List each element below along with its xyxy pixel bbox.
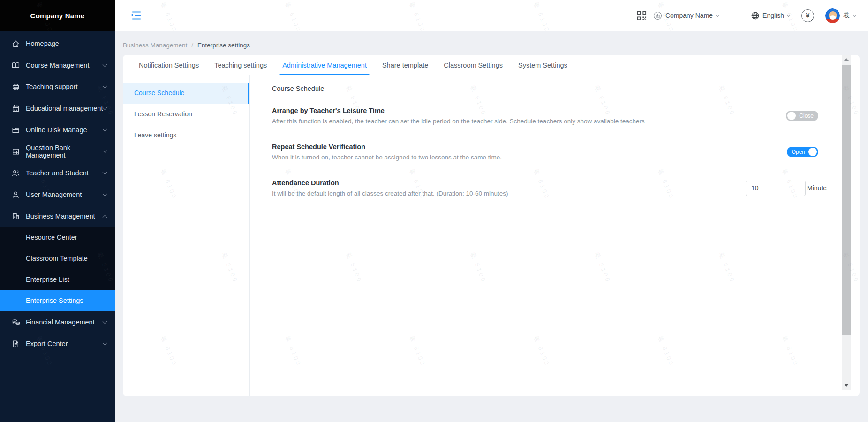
sidebar-subitem-enterprise-settings[interactable]: Enterprise Settings <box>0 290 115 311</box>
sidebar-item-label: Export Center <box>26 340 68 347</box>
avatar[interactable] <box>825 8 840 23</box>
sidebar-item-label: Business Management <box>26 212 95 220</box>
menu-fold-icon[interactable] <box>130 11 141 20</box>
tab-classroom-settings[interactable]: Classroom Settings <box>444 55 503 75</box>
sidebar-item-course-management[interactable]: Course Management <box>0 54 115 76</box>
vertical-scrollbar[interactable] <box>842 55 851 390</box>
setting-row-attendance-duration: Attendance Duration It will be the defau… <box>272 171 827 207</box>
breadcrumb-parent[interactable]: Business Management <box>123 42 187 49</box>
chevron-down-icon <box>716 13 719 16</box>
scrollbar-up-button[interactable] <box>842 55 851 64</box>
duration-control: Minute <box>746 181 827 196</box>
setting-description: When it is turned on, teacher cannot be … <box>272 154 502 161</box>
table-grid-icon <box>12 148 20 156</box>
settings-content: Course Schedule Arrange by Teacher's Lei… <box>250 75 860 396</box>
chevron-down-icon <box>103 192 107 196</box>
chevron-down-icon <box>103 127 107 132</box>
chevron-down-icon <box>787 13 791 16</box>
sidebar-item-educational-management[interactable]: Educational management <box>0 98 115 119</box>
toggle-label: Open <box>788 149 808 155</box>
tab-share-template[interactable]: Share template <box>382 55 428 75</box>
subnav-lesson-reservation[interactable]: Lesson Reservation <box>123 104 249 125</box>
folder-icon <box>12 126 20 134</box>
setting-row-repeat-verification: Repeat Schedule Verification When it is … <box>272 135 827 171</box>
setting-title: Repeat Schedule Verification <box>272 143 502 151</box>
settings-subnav: Course Schedule Lesson Reservation Leave… <box>123 75 250 396</box>
card-body: Course Schedule Lesson Reservation Leave… <box>123 75 860 396</box>
scrollbar-down-button[interactable] <box>842 381 851 390</box>
sidebar-item-label: Homepage <box>26 40 59 47</box>
breadcrumb: Business Management / Enterprise setting… <box>115 31 868 55</box>
currency-icon[interactable]: ¥ <box>801 9 814 22</box>
sidebar-item-financial-management[interactable]: Financial Management <box>0 311 115 333</box>
qr-code-icon[interactable] <box>637 11 647 21</box>
people-icon <box>12 169 20 177</box>
subnav-leave-settings[interactable]: Leave settings <box>123 125 249 146</box>
leisure-time-toggle[interactable]: Close <box>786 111 818 121</box>
calendar-icon <box>12 105 20 113</box>
chevron-down-icon <box>103 170 107 175</box>
language-dropdown[interactable]: English <box>751 12 790 20</box>
sidebar-item-teacher-and-student[interactable]: Teacher and Student <box>0 162 115 184</box>
toggle-label: Close <box>796 113 817 119</box>
sidebar-item-label: Financial Management <box>26 318 95 326</box>
setting-text: Attendance Duration It will be the defau… <box>272 179 508 197</box>
sidebar-item-business-management[interactable]: Business Management <box>0 205 115 227</box>
building-icon <box>12 212 20 220</box>
company-switcher-label: Company Name <box>665 12 713 19</box>
file-export-icon <box>12 340 20 348</box>
globe-icon <box>751 12 759 20</box>
breadcrumb-separator: / <box>191 42 193 49</box>
sidebar-item-homepage[interactable]: Homepage <box>0 33 115 54</box>
tab-administrative-management[interactable]: Administrative Management <box>282 55 367 75</box>
company-switcher-dropdown[interactable]: Company Name <box>653 11 719 20</box>
sidebar-item-label: Online Disk Manage <box>26 126 87 134</box>
sidebar-item-teaching-support[interactable]: Teaching support <box>0 76 115 98</box>
sidebar-subitem-enterprise-list[interactable]: Enterprise List <box>0 269 115 290</box>
setting-text: Repeat Schedule Verification When it is … <box>272 143 502 161</box>
book-icon <box>12 61 20 69</box>
sidebar-item-label: Teaching support <box>26 83 77 90</box>
sidebar-item-label: Question Bank Management <box>26 144 104 159</box>
sidebar-subitem-classroom-template[interactable]: Classroom Template <box>0 248 115 269</box>
scrollbar-thumb[interactable] <box>842 65 851 335</box>
sidebar-item-user-management[interactable]: User Management <box>0 184 115 205</box>
repeat-verification-toggle[interactable]: Open <box>787 147 818 157</box>
home-icon <box>12 40 20 48</box>
user-menu[interactable]: 羲 <box>825 8 856 23</box>
subnav-course-schedule[interactable]: Course Schedule <box>123 83 249 104</box>
printer-icon <box>12 83 20 91</box>
attendance-duration-input[interactable] <box>746 181 806 196</box>
tab-teaching-settings[interactable]: Teaching settings <box>214 55 267 75</box>
sidebar-item-label: Course Management <box>26 61 89 69</box>
chevron-up-icon <box>103 215 107 219</box>
company-logo: Company Name <box>0 0 115 31</box>
tabs-bar: Notification Settings Teaching settings … <box>123 55 860 75</box>
header-divider <box>738 9 738 22</box>
chevron-down-icon <box>103 341 107 346</box>
setting-row-leisure-time: Arrange by Teacher's Leisure Time After … <box>272 99 827 135</box>
chevron-down-icon <box>103 106 107 110</box>
business-management-submenu: Resource Center Classroom Template Enter… <box>0 227 115 311</box>
top-header: Company Name English ¥ <box>115 0 868 31</box>
tab-notification-settings[interactable]: Notification Settings <box>139 55 199 75</box>
chevron-down-icon <box>103 319 107 324</box>
breadcrumb-current: Enterprise settings <box>197 42 250 49</box>
header-right-cluster: Company Name English ¥ <box>637 8 856 23</box>
chevron-down-icon <box>103 62 107 67</box>
main-region: Company Name English ¥ <box>115 0 868 422</box>
tab-system-settings[interactable]: System Settings <box>518 55 567 75</box>
sidebar-item-label: User Management <box>26 191 82 198</box>
setting-text: Arrange by Teacher's Leisure Time After … <box>272 107 645 125</box>
sidebar-item-export-center[interactable]: Export Center <box>0 333 115 354</box>
toggle-knob <box>787 112 796 120</box>
sidebar-item-online-disk-manage[interactable]: Online Disk Manage <box>0 119 115 141</box>
sidebar-nav: Homepage Course Management Teaching supp… <box>0 31 115 354</box>
content-title: Course Schedule <box>272 85 827 92</box>
sidebar-item-label: Teacher and Student <box>26 169 89 177</box>
user-icon <box>12 191 20 199</box>
sidebar-subitem-resource-center[interactable]: Resource Center <box>0 227 115 248</box>
coins-icon <box>12 318 20 326</box>
app-screen: Company Name Homepage Course Management <box>0 0 868 422</box>
sidebar-item-question-bank-management[interactable]: Question Bank Management <box>0 141 115 162</box>
